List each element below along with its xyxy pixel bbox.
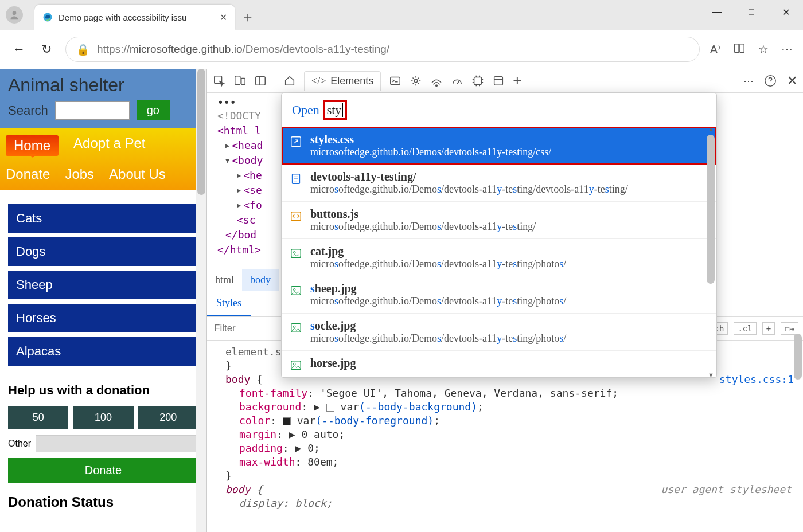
nav-about[interactable]: About Us — [109, 166, 166, 182]
svg-rect-25 — [291, 287, 301, 295]
nav-home[interactable]: Home — [6, 135, 59, 156]
amount-button[interactable]: 100 — [73, 406, 133, 429]
console-icon[interactable] — [389, 75, 402, 87]
profile-avatar[interactable] — [6, 6, 23, 24]
amount-button[interactable]: 200 — [138, 406, 198, 429]
file-type-icon — [290, 173, 302, 185]
page-scrollbar[interactable] — [196, 69, 206, 532]
svg-point-11 — [436, 84, 438, 86]
svg-point-28 — [293, 326, 295, 328]
device-toggle-icon[interactable] — [233, 75, 246, 87]
application-icon[interactable] — [492, 75, 505, 87]
devtools-close-button[interactable]: ✕ — [787, 73, 797, 88]
other-amount-input[interactable] — [36, 435, 198, 452]
window-minimize-button[interactable]: — — [700, 0, 734, 24]
reading-mode-icon[interactable] — [733, 42, 746, 57]
svg-rect-7 — [256, 76, 266, 85]
crumb-body[interactable]: body — [242, 269, 279, 291]
file-type-icon — [290, 247, 302, 260]
category-item[interactable]: Cats — [8, 204, 198, 233]
inspect-icon[interactable] — [213, 75, 225, 87]
palette-scrollbar[interactable]: ▲▼ — [707, 129, 715, 375]
sources-icon[interactable] — [410, 75, 422, 87]
svg-rect-27 — [291, 324, 301, 332]
open-file-palette: Open sty styles.cssmicrosoftedge.github.… — [281, 93, 717, 378]
svg-rect-23 — [291, 249, 301, 258]
more-tabs-button[interactable]: + — [513, 72, 521, 89]
svg-rect-29 — [291, 361, 301, 370]
window-close-button[interactable]: ✕ — [769, 0, 803, 24]
go-button[interactable]: go — [137, 100, 170, 120]
file-type-icon — [290, 322, 302, 334]
search-input[interactable] — [55, 101, 130, 120]
donation-status-heading: Donation Status — [8, 494, 198, 510]
svg-rect-3 — [740, 44, 744, 52]
window-maximize-button[interactable]: □ — [734, 0, 769, 24]
amount-button[interactable]: 50 — [8, 406, 68, 429]
more-icon[interactable]: ⋯ — [781, 42, 793, 56]
panel-icon[interactable] — [254, 75, 267, 87]
source-link[interactable]: styles.css:1 — [719, 373, 794, 386]
palette-item[interactable]: socke.jpgmicrosoftedge.github.io/Demos/d… — [282, 313, 716, 350]
cls-button[interactable]: .cl — [734, 322, 756, 335]
favorite-icon[interactable]: ☆ — [758, 42, 769, 56]
devtools-more-icon[interactable]: ⋯ — [743, 75, 754, 87]
welcome-icon[interactable] — [283, 75, 296, 87]
lock-icon: 🔒 — [76, 43, 90, 56]
url-text: https://microsoftedge.github.io/Demos/de… — [97, 43, 389, 56]
performance-icon[interactable] — [451, 75, 463, 87]
new-tab-button[interactable]: ＋ — [235, 5, 260, 30]
memory-icon[interactable] — [471, 75, 484, 87]
close-tab-icon[interactable]: ✕ — [220, 12, 227, 23]
svg-point-10 — [415, 79, 418, 83]
svg-point-24 — [293, 251, 295, 253]
palette-query: sty — [323, 100, 348, 120]
tab-elements[interactable]: </> Elements — [304, 71, 381, 91]
file-type-icon — [290, 135, 302, 148]
palette-item[interactable]: cat.jpgmicrosoftedge.github.io/Demos/dev… — [282, 238, 716, 276]
devtools-toolbar: </> Elements + ⋯ ✕ — [207, 69, 803, 93]
page-title: Animal shelter — [8, 75, 198, 96]
address-bar[interactable]: 🔒 https://microsoftedge.github.io/Demos/… — [65, 37, 700, 62]
nav-jobs[interactable]: Jobs — [65, 166, 94, 182]
primary-nav: Home Adopt a Pet Donate Jobs About Us — [0, 128, 206, 190]
crumb-html[interactable]: html — [207, 269, 242, 291]
category-item[interactable]: Horses — [8, 304, 198, 332]
palette-item[interactable]: horse.jpg — [282, 350, 716, 377]
nav-adopt[interactable]: Adopt a Pet — [73, 135, 145, 156]
svg-point-0 — [13, 11, 17, 15]
category-item[interactable]: Dogs — [8, 237, 198, 266]
help-icon[interactable] — [764, 75, 777, 87]
svg-point-26 — [293, 288, 295, 291]
ua-stylesheet-label: user agent stylesheet — [661, 483, 792, 496]
refresh-button[interactable]: ↻ — [38, 42, 55, 57]
svg-rect-14 — [494, 76, 503, 85]
palette-open-label: Open — [292, 103, 319, 118]
file-type-icon — [290, 359, 302, 371]
nav-donate[interactable]: Donate — [6, 166, 50, 182]
category-item[interactable]: Sheep — [8, 271, 198, 299]
search-label: Search — [8, 103, 48, 118]
edge-icon — [42, 12, 53, 22]
svg-line-12 — [457, 81, 459, 84]
palette-input-row[interactable]: Open sty — [282, 93, 716, 127]
palette-item[interactable]: devtools-a11y-testing/microsoftedge.gith… — [282, 164, 716, 201]
browser-tab[interactable]: Demo page with accessibility issu ✕ — [34, 5, 235, 30]
svg-rect-5 — [235, 76, 240, 84]
svg-rect-6 — [241, 78, 245, 84]
palette-item[interactable]: styles.cssmicrosoftedge.github.io/Demos/… — [282, 127, 716, 164]
category-item[interactable]: Alpacas — [8, 337, 198, 366]
network-icon[interactable] — [430, 75, 443, 87]
tab-title: Demo page with accessibility issu — [59, 13, 186, 22]
svg-rect-2 — [735, 44, 739, 52]
read-aloud-icon[interactable]: A⁾ — [710, 42, 720, 56]
file-type-icon — [290, 284, 302, 297]
palette-item[interactable]: buttons.jsmicrosoftedge.github.io/Demos/… — [282, 201, 716, 238]
computed-toggle-icon[interactable]: ☐⇥ — [781, 322, 798, 335]
back-button[interactable]: ← — [10, 42, 28, 57]
donate-button[interactable]: Donate — [8, 458, 198, 483]
devtools-scrollbar[interactable] — [794, 334, 802, 529]
tab-styles[interactable]: Styles — [207, 291, 251, 316]
new-style-button[interactable]: + — [762, 322, 775, 335]
palette-item[interactable]: sheep.jpgmicrosoftedge.github.io/Demos/d… — [282, 276, 716, 313]
